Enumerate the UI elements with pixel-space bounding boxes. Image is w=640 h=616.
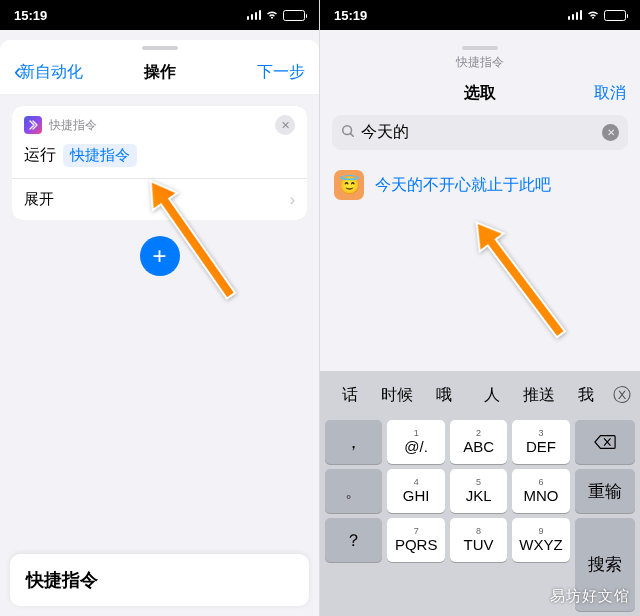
watermark: 易坊好文馆 (550, 587, 630, 606)
suggestion[interactable]: 时候 (373, 379, 420, 412)
status-bar: 15:19 (0, 0, 319, 30)
key-9[interactable]: 9WXYZ (512, 518, 569, 562)
nav-bar: 选取 取消 (320, 71, 640, 115)
key-question[interactable]: ？ (325, 518, 382, 562)
suggestion[interactable]: 推送 (515, 379, 562, 412)
results-area: 😇 今天的不开心就止于此吧 (320, 160, 640, 371)
key-comma[interactable]: ， (325, 420, 382, 464)
sheet-subtitle: 快捷指令 (320, 50, 640, 71)
shortcuts-app-icon (24, 116, 42, 134)
next-button[interactable]: 下一步 (257, 62, 305, 83)
key-5[interactable]: 5JKL (450, 469, 507, 513)
search-icon (341, 124, 355, 141)
phone-right: 15:19 快捷指令 选取 取消 今天的 ✕ 😇 今天的不开心就止于此吧 🐯 (320, 0, 640, 616)
close-suggestions-button[interactable]: ⓧ (610, 383, 634, 407)
key-2[interactable]: 2ABC (450, 420, 507, 464)
clear-action-button[interactable]: ✕ (275, 115, 295, 135)
content-area: 快捷指令 ✕ 运行 快捷指令 展开 › + (0, 94, 319, 616)
key-7[interactable]: 7PQRS (387, 518, 444, 562)
key-6[interactable]: 6MNO (512, 469, 569, 513)
card-header: 快捷指令 ✕ (12, 106, 307, 144)
expand-row[interactable]: 展开 › (12, 178, 307, 220)
suggestion[interactable]: 话 (326, 379, 373, 412)
key-8[interactable]: 8TUV (450, 518, 507, 562)
sheet: ‹新自动化 操作 下一步 (0, 40, 319, 94)
chevron-right-icon: › (290, 191, 295, 209)
back-button[interactable]: ‹新自动化 (14, 59, 83, 85)
search-bar[interactable]: 今天的 ✕ (332, 115, 628, 150)
status-time: 15:19 (334, 8, 367, 23)
sheet: 快捷指令 选取 取消 今天的 ✕ (320, 40, 640, 160)
key-delete[interactable] (575, 420, 635, 464)
signal-icon (568, 10, 583, 20)
shortcut-param[interactable]: 快捷指令 (63, 144, 137, 167)
suggestion-bar: 话 时候 哦 人 推送 我 ⓧ (320, 375, 640, 415)
run-label: 运行 (24, 145, 56, 166)
nav-bar: ‹新自动化 操作 下一步 (0, 50, 319, 94)
keyboard: 🐯 话 时候 哦 人 推送 我 ⓧ ， 1@/. 2ABC 3DEF 。 4GH… (320, 371, 640, 616)
card-app-label: 快捷指令 (49, 117, 268, 134)
phone-left: 15:19 ‹新自动化 操作 下一步 快捷指令 ✕ 运行 快捷指令 (0, 0, 320, 616)
add-action-button[interactable]: + (140, 236, 180, 276)
cancel-button[interactable]: 取消 (594, 83, 626, 104)
result-text: 今天的不开心就止于此吧 (375, 175, 551, 196)
nav-title: 选取 (464, 83, 496, 104)
search-input[interactable]: 今天的 (361, 122, 596, 143)
key-period[interactable]: 。 (325, 469, 382, 513)
suggestion[interactable]: 我 (563, 379, 610, 412)
clear-search-button[interactable]: ✕ (602, 124, 619, 141)
keypad: ， 1@/. 2ABC 3DEF 。 4GHI 5JKL 6MNO 重输 ？ 7… (320, 415, 640, 616)
nav-title: 操作 (144, 62, 176, 83)
battery-icon (283, 10, 305, 21)
svg-line-1 (351, 134, 354, 137)
action-card: 快捷指令 ✕ 运行 快捷指令 展开 › (12, 106, 307, 220)
battery-icon (604, 10, 626, 21)
key-1[interactable]: 1@/. (387, 420, 444, 464)
search-result[interactable]: 😇 今天的不开心就止于此吧 (320, 160, 640, 210)
shortcut-result-icon: 😇 (334, 170, 364, 200)
key-4[interactable]: 4GHI (387, 469, 444, 513)
signal-icon (247, 10, 262, 20)
key-3[interactable]: 3DEF (512, 420, 569, 464)
wifi-icon (586, 10, 600, 20)
suggestion[interactable]: 人 (468, 379, 515, 412)
status-bar: 15:19 (320, 0, 640, 30)
key-retype[interactable]: 重输 (575, 469, 635, 513)
wifi-icon (265, 10, 279, 20)
bottom-sheet[interactable]: 快捷指令 (10, 554, 309, 606)
status-time: 15:19 (14, 8, 47, 23)
suggestion[interactable]: 哦 (421, 379, 468, 412)
card-body: 运行 快捷指令 (12, 144, 307, 178)
